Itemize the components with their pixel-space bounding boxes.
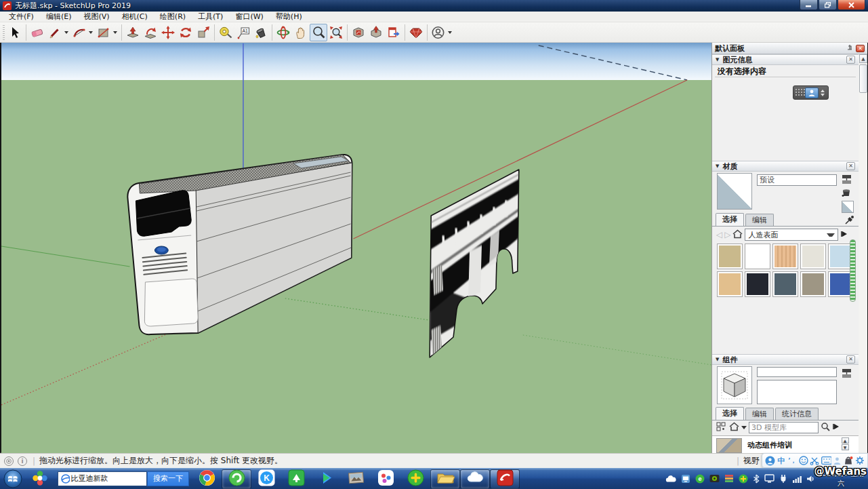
search-input[interactable] — [70, 473, 144, 484]
rectangle-tool[interactable] — [95, 24, 112, 41]
arc-tool[interactable] — [70, 24, 88, 41]
tab-components-2[interactable]: 统计信息 — [775, 408, 819, 420]
account-menu[interactable] — [430, 24, 447, 41]
bluetooth-icon[interactable] — [753, 474, 760, 484]
safe-360-taskbar-button[interactable] — [400, 469, 430, 489]
network-stack-icon[interactable] — [724, 474, 734, 483]
material-swatch-5[interactable] — [717, 271, 743, 297]
entity-info-minibar[interactable] — [793, 85, 829, 100]
zoom-tool[interactable] — [310, 24, 327, 41]
tencent-video-taskbar-button[interactable] — [311, 469, 341, 489]
rotate-tool[interactable] — [177, 24, 194, 41]
zoom-extents-tool[interactable] — [327, 24, 345, 41]
extension-warehouse[interactable] — [407, 24, 425, 41]
warehouse-search-input[interactable] — [749, 422, 819, 433]
info-icon[interactable]: i — [18, 456, 27, 466]
tray-scrollbar[interactable]: ▲ — [858, 54, 867, 453]
tab-components-0[interactable]: 选择 — [716, 407, 744, 420]
send-to-layout[interactable] — [385, 24, 402, 41]
cloud-icon[interactable] — [665, 475, 676, 483]
material-name-field[interactable] — [757, 174, 837, 186]
followme-tool[interactable] — [142, 24, 159, 41]
details-arrow-icon[interactable] — [840, 230, 848, 240]
material-swatch-2[interactable] — [772, 243, 798, 269]
start-button[interactable] — [0, 468, 25, 489]
material-swatch-8[interactable] — [800, 271, 826, 297]
rectangle-tool-dropdown-icon[interactable] — [113, 31, 117, 34]
entity-info-close-button[interactable]: ✕ — [846, 56, 855, 64]
chrome-taskbar-button[interactable] — [192, 469, 222, 489]
components-close-button[interactable]: ✕ — [846, 355, 855, 364]
nvidia-icon[interactable] — [709, 474, 720, 483]
green-e-icon[interactable]: e — [695, 474, 705, 484]
menu-item-2[interactable]: 视图(V) — [77, 12, 115, 22]
components-header[interactable]: ▼ 组件 ✕ — [712, 354, 859, 365]
pc-manager-icon[interactable] — [681, 474, 690, 484]
menu-item-4[interactable]: 绘图(R) — [154, 12, 192, 22]
account-menu-dropdown-icon[interactable] — [448, 31, 452, 34]
sogou-account-icon[interactable] — [765, 456, 775, 466]
search-box[interactable] — [58, 471, 147, 486]
eyedropper-icon[interactable] — [843, 214, 855, 226]
scroll-thumb[interactable] — [859, 64, 867, 93]
move-tool[interactable] — [159, 24, 177, 41]
minimize-button[interactable] — [800, 0, 818, 10]
scroll-down-arrow[interactable]: ▼ — [842, 444, 849, 450]
component-name-field[interactable] — [757, 367, 837, 377]
share-model[interactable] — [367, 24, 385, 41]
smiley-icon[interactable] — [798, 456, 808, 466]
restore-button[interactable] — [819, 0, 837, 10]
line-tool[interactable] — [46, 24, 64, 41]
pin-icon[interactable] — [846, 44, 854, 52]
geolocation-icon[interactable] — [4, 456, 14, 466]
person-button[interactable] — [805, 87, 819, 98]
materials-close-button[interactable]: ✕ — [846, 162, 855, 170]
menu-item-7[interactable]: 帮助(H) — [270, 12, 308, 22]
material-swatch-6[interactable] — [745, 271, 770, 297]
menu-item-3[interactable]: 相机(C) — [116, 12, 154, 22]
sketchup-taskbar-button[interactable] — [490, 469, 520, 489]
orbit-tool[interactable] — [274, 24, 292, 41]
pan-tool[interactable] — [292, 24, 310, 41]
person-icon[interactable] — [832, 456, 842, 466]
baidu-cloud-taskbar-button[interactable] — [460, 469, 490, 489]
menu-item-6[interactable]: 窗口(W) — [229, 12, 269, 22]
scroll-up-arrow[interactable]: ▲ — [859, 54, 867, 63]
tab-components-1[interactable]: 编辑 — [745, 408, 774, 420]
back-arrow-icon[interactable]: ◁ — [716, 230, 722, 239]
spinner-arrows[interactable] — [821, 90, 825, 96]
viewport-3d[interactable] — [1, 43, 711, 453]
material-swatch-0[interactable] — [717, 243, 743, 269]
signal-bars-icon[interactable] — [792, 475, 802, 483]
home-icon[interactable] — [732, 229, 743, 241]
home-icon[interactable] — [729, 422, 739, 433]
keyboard-icon[interactable] — [821, 456, 831, 466]
menu-item-0[interactable]: 文件(F) — [3, 12, 40, 22]
tray-close-button[interactable]: ✕ — [856, 45, 865, 52]
materials-header[interactable]: ▼ 材质 ✕ — [712, 161, 859, 172]
component-thumbnail[interactable] — [716, 438, 742, 453]
eraser-tool[interactable] — [28, 24, 46, 41]
skin-shop-icon[interactable] — [844, 456, 854, 466]
chevron-down-icon[interactable] — [741, 426, 747, 429]
toolbar-grip[interactable] — [3, 25, 5, 40]
power-plug-icon[interactable] — [779, 474, 787, 483]
component-description-box[interactable] — [757, 380, 837, 404]
menu-item-1[interactable]: 编辑(E) — [40, 12, 78, 22]
paint-tool[interactable] — [252, 24, 270, 41]
tape-measure-tool[interactable] — [217, 24, 234, 41]
tab-materials-0[interactable]: 选择 — [716, 213, 744, 227]
search-icon[interactable] — [821, 422, 830, 433]
materials-list-scrollbar[interactable] — [850, 239, 856, 302]
create-material-icon[interactable] — [840, 187, 852, 199]
menu-item-5[interactable]: 工具(T) — [192, 12, 229, 22]
components-list[interactable]: 动态组件培训 ▲ ▼ — [712, 435, 859, 453]
text-tool[interactable]: A1 — [234, 24, 252, 41]
select-tool[interactable] — [6, 24, 24, 41]
kugou-taskbar-button[interactable]: K — [251, 469, 281, 489]
line-tool-dropdown-icon[interactable] — [64, 31, 68, 34]
green-app-taskbar-button[interactable] — [281, 469, 311, 489]
scale-tool[interactable] — [194, 24, 212, 41]
plus-360-icon[interactable] — [739, 474, 748, 484]
entity-info-header[interactable]: ▼ 图元信息 ✕ — [712, 54, 859, 65]
